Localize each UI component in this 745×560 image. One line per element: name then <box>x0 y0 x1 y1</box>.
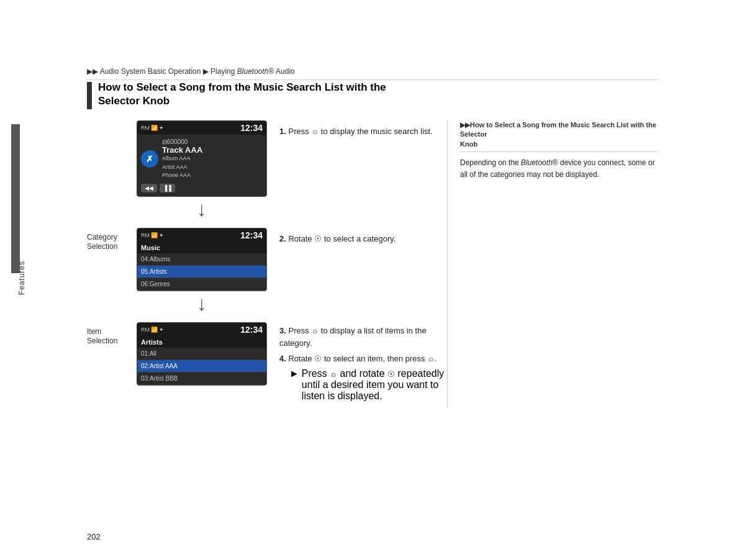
left-column: RM 📶 ✦ 12:34 ✗ ⊟600000 Track <box>87 120 447 408</box>
knob-sym-3: ☼ <box>311 325 318 338</box>
screen3-item3: 03:Artist BBB <box>137 373 266 385</box>
screen1-with-arrow: RM 📶 ✦ 12:34 ✗ ⊟600000 Track <box>137 120 267 222</box>
label-item: ItemSelection <box>87 327 117 346</box>
screen2-header: Music <box>137 242 266 253</box>
breadcrumb-italic: Bluetooth <box>237 67 269 76</box>
screen1-body: ✗ ⊟600000 Track AAA Album AAA Artist AAA… <box>137 135 266 196</box>
features-sidebar-bar <box>11 124 20 273</box>
note-body: Depending on the Bluetooth® device you c… <box>460 157 658 181</box>
device-screen-2: RM 📶 ✦ 12:34 Music 04:Albums 05:Artists … <box>137 228 267 291</box>
breadcrumb-part3: ® Audio <box>269 67 295 76</box>
screen2-time: 12:34 <box>240 230 263 240</box>
section-title: How to Select a Song from the Music Sear… <box>98 81 386 108</box>
screen1-group: RM 📶 ✦ 12:34 ✗ ⊟600000 Track <box>87 120 447 222</box>
screen3-header: Artists <box>137 336 266 348</box>
step1-text: 1. Press ☼ to display the music search l… <box>279 125 433 138</box>
knob-sym-7: ☉ <box>387 369 395 379</box>
note-body-line1: Depending on the <box>460 158 521 167</box>
screen1-time: 12:34 <box>240 123 263 133</box>
breadcrumb-sep1: ▶ <box>203 67 209 76</box>
device-screen-1: RM 📶 ✦ 12:34 ✗ ⊟600000 Track <box>137 120 267 197</box>
section-title-line2: Selector Knob <box>98 95 169 107</box>
step2-area: 2. Rotate ☉ to select a category. <box>267 228 395 253</box>
arrow-down-2: ↓ <box>197 294 207 314</box>
bullet-text: Press ☼ and rotate ☉ repeatedly until a … <box>302 368 447 402</box>
screen1-row: ✗ ⊟600000 Track AAA Album AAA Artist AAA… <box>141 137 263 181</box>
screen2-item2: 05:Artists <box>137 266 266 278</box>
section-header: How to Select a Song from the Music Sear… <box>87 81 658 109</box>
breadcrumb: ▶▶ Audio System Basic Operation ▶ Playin… <box>87 67 658 80</box>
step-bullet: ► Press ☼ and rotate ☉ repeatedly until … <box>279 368 447 402</box>
note-body-line2: ® device you connect, <box>553 158 626 167</box>
knob-sym-4: ☉ <box>314 353 322 366</box>
screen3-label: ItemSelection <box>87 322 137 346</box>
ctrl-btn-1: ◀◀ <box>141 184 157 192</box>
step2-text: 2. Rotate ☉ to select a category. <box>279 233 395 245</box>
step4-text: 4. Rotate ☉ to select an item, then pres… <box>279 353 447 366</box>
breadcrumb-part1: Audio System Basic Operation <box>100 67 201 76</box>
two-col-layout: RM 📶 ✦ 12:34 ✗ ⊟600000 Track <box>87 120 658 408</box>
step1-num: 1. <box>279 127 286 136</box>
note-header-line1: ▶▶How to Select a Song from the Music Se… <box>460 121 656 138</box>
step1-area: 1. Press ☼ to display the music search l… <box>267 120 433 145</box>
knob-sym-1: ☼ <box>311 125 318 138</box>
note-body-italic: Bluetooth <box>521 158 553 167</box>
screen3-status: RM 📶 ✦ <box>141 327 164 333</box>
knob-sym-6: ☼ <box>330 369 337 379</box>
screen3-item2: 02:Artist AAA <box>137 360 266 373</box>
step2-num: 2. <box>279 234 286 243</box>
page-number: 202 <box>87 532 101 541</box>
knob-sym-2: ☉ <box>314 233 322 245</box>
right-column: ▶▶How to Select a Song from the Music Se… <box>447 120 658 408</box>
label-category: CategorySelection <box>87 233 117 251</box>
features-sidebar-label: Features <box>17 261 26 295</box>
bullet-arrow-sym: ► <box>289 368 299 379</box>
screen1-track-name: Track AAA <box>162 145 202 155</box>
section-header-bar <box>87 82 92 109</box>
breadcrumb-prefix: ▶▶ <box>87 67 98 76</box>
section-title-line1: How to Select a Song from the Music Sear… <box>98 81 386 93</box>
screen1-topbar: RM 📶 ✦ 12:34 <box>137 121 266 135</box>
note-header: ▶▶How to Select a Song from the Music Se… <box>460 120 658 152</box>
screen1-album: Album AAA <box>162 155 202 163</box>
screen1-track-info: ⊟600000 Track AAA Album AAA Artist AAA P… <box>162 138 202 180</box>
screen1-artist: Artist AAA <box>162 163 202 172</box>
screen1-phone: Phone AAA <box>162 171 202 180</box>
screen1-track-details: Album AAA Artist AAA Phone AAA <box>162 155 202 180</box>
steps34-area: 3. Press ☼ to display a list of items in… <box>267 322 447 402</box>
step3-text: 3. Press ☼ to display a list of items in… <box>279 325 447 351</box>
bluetooth-icon: ✗ <box>141 150 158 168</box>
screen2-label: CategorySelection <box>87 228 137 252</box>
screen2-group: CategorySelection RM 📶 ✦ 12:34 <box>87 228 447 316</box>
screen1-track-number: ⊟600000 <box>162 138 202 145</box>
screen2-item3: 06:Genres <box>137 278 266 291</box>
main-content: How to Select a Song from the Music Sear… <box>87 81 658 523</box>
screen3-with-arrow: RM 📶 ✦ 12:34 Artists 01:All 02:Artist AA… <box>137 322 267 386</box>
knob-sym-5: ☼ <box>427 353 435 366</box>
screen3-topbar: RM 📶 ✦ 12:34 <box>137 323 266 336</box>
device-screen-3: RM 📶 ✦ 12:34 Artists 01:All 02:Artist AA… <box>137 322 267 386</box>
ctrl-btn-2: ▐▐ <box>160 184 175 192</box>
screen2-status: RM 📶 ✦ <box>141 232 164 238</box>
screen2-topbar: RM 📶 ✦ 12:34 <box>137 228 266 242</box>
screen1-controls: ◀◀ ▐▐ <box>141 181 263 194</box>
note-header-line2: Knob <box>460 140 477 148</box>
screen3-time: 12:34 <box>240 325 263 335</box>
screen1-label <box>87 120 137 139</box>
arrow-down-1: ↓ <box>197 199 207 219</box>
screen2-with-arrow: RM 📶 ✦ 12:34 Music 04:Albums 05:Artists … <box>137 228 267 316</box>
screen3-group: ItemSelection RM 📶 ✦ 12:34 Ar <box>87 322 447 402</box>
step4-num: 4. <box>279 354 286 363</box>
step3-num: 3. <box>279 326 286 335</box>
breadcrumb-part2: Playing <box>210 67 237 76</box>
screen1-status: RM 📶 ✦ <box>141 125 164 131</box>
screen2-item1: 04:Albums <box>137 253 266 266</box>
screen3-item1: 01:All <box>137 348 266 360</box>
